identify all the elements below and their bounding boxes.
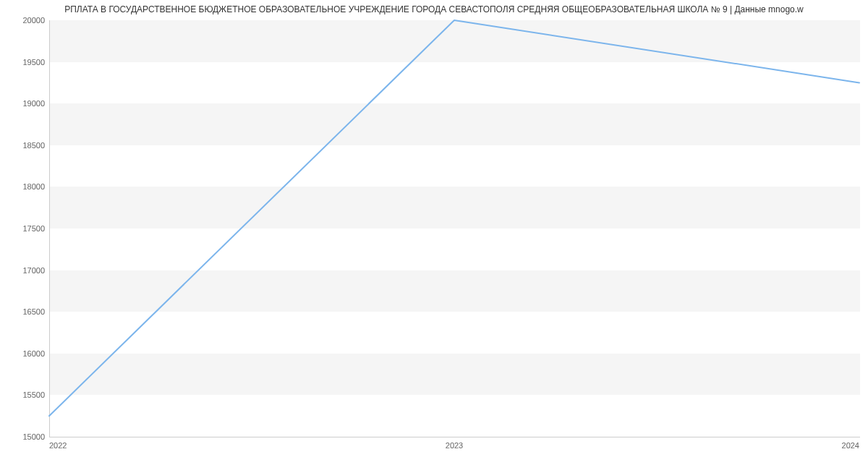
y-tick-label: 15000 bbox=[1, 432, 45, 441]
y-tick-label: 17000 bbox=[1, 266, 45, 275]
chart-svg bbox=[49, 20, 859, 437]
y-tick-label: 20000 bbox=[1, 16, 45, 25]
series-line bbox=[49, 20, 859, 416]
y-tick-label: 19000 bbox=[1, 99, 45, 108]
y-tick-label: 15500 bbox=[1, 390, 45, 399]
y-tick-label: 18000 bbox=[1, 182, 45, 191]
y-tick-label: 16500 bbox=[1, 307, 45, 316]
y-tick-label: 16000 bbox=[1, 349, 45, 358]
x-tick-label: 2024 bbox=[842, 441, 859, 450]
y-tick-label: 18500 bbox=[1, 141, 45, 150]
x-tick-label: 2022 bbox=[49, 441, 67, 450]
x-tick-label: 2023 bbox=[446, 441, 463, 450]
chart-title: РПЛАТА В ГОСУДАРСТВЕННОЕ БЮДЖЕТНОЕ ОБРАЗ… bbox=[0, 4, 868, 14]
y-tick-label: 17500 bbox=[1, 224, 45, 233]
chart-container: РПЛАТА В ГОСУДАРСТВЕННОЕ БЮДЖЕТНОЕ ОБРАЗ… bbox=[0, 0, 868, 470]
y-tick-label: 19500 bbox=[1, 58, 45, 67]
